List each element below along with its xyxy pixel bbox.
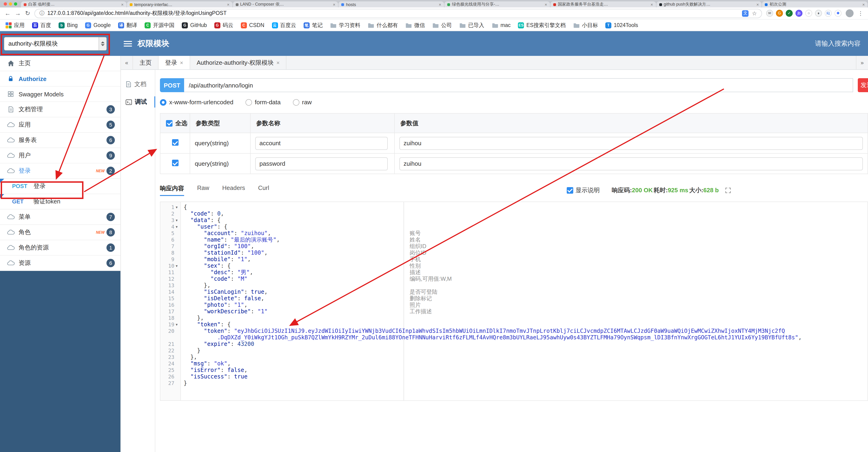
sidebar-item-Swagger Models[interactable]: Swagger Models: [0, 87, 120, 102]
browser-tab[interactable]: LAND - Composer 依…×: [233, 1, 338, 7]
close-window-icon[interactable]: [4, 2, 7, 6]
sidebar-item-角色[interactable]: 角色NEW8: [0, 225, 120, 240]
fold-caret-icon[interactable]: ▾: [174, 264, 179, 268]
response-tab-Raw[interactable]: Raw: [197, 184, 209, 196]
extension-circle-icon[interactable]: ○: [805, 10, 812, 17]
tab-close-icon[interactable]: ×: [227, 2, 229, 7]
bookmark-item[interactable]: 云百度云: [272, 22, 296, 29]
browser-tab[interactable]: 白茶 临时接…×: [21, 1, 126, 7]
bookmark-item[interactable]: 小目标: [573, 22, 598, 29]
browser-tab[interactable]: github push失败解决方…×: [656, 1, 762, 7]
browser-tab[interactable]: 绿色极光线使用与分享-…×: [444, 1, 550, 7]
bookmark-item[interactable]: 笔笔记: [304, 22, 323, 29]
bookmark-item[interactable]: 学习资料: [330, 22, 360, 29]
param-checkbox[interactable]: [172, 139, 178, 146]
extension-mail-icon[interactable]: ✉: [766, 10, 773, 17]
param-name-input[interactable]: [255, 157, 388, 170]
header-search-input[interactable]: 请输入搜索内容: [815, 39, 861, 48]
response-tab-响应内容[interactable]: 响应内容: [160, 184, 184, 196]
param-name-input[interactable]: [255, 137, 388, 150]
param-value-input[interactable]: [399, 137, 863, 150]
module-select[interactable]: authority-权限模块: [4, 36, 107, 51]
chevron-right-icon[interactable]: »: [856, 56, 868, 69]
forward-icon[interactable]: →: [15, 10, 21, 16]
bookmark-item[interactable]: 百百度: [32, 22, 51, 29]
browser-tab[interactable]: 初次公测×: [762, 1, 868, 7]
browser-tab[interactable]: 国家政务服务平台基浩走…×: [551, 1, 656, 7]
fold-caret-icon[interactable]: ▾: [174, 218, 179, 222]
sidebar-api-get-验证token[interactable]: GET验证token: [0, 194, 120, 209]
bookmark-star-icon[interactable]: ☆: [752, 10, 757, 17]
bookmark-item[interactable]: 公司: [432, 22, 452, 29]
send-button[interactable]: 发送: [858, 78, 868, 92]
bookmark-item[interactable]: GGitHub: [182, 22, 207, 28]
content-type-option[interactable]: raw: [293, 99, 312, 106]
extension-asterisk-icon[interactable]: ✱: [835, 10, 841, 17]
doc-tab-登录[interactable]: 登录×: [158, 56, 190, 69]
profile-avatar[interactable]: [846, 9, 854, 17]
mini-tab-文档[interactable]: 文档: [121, 76, 155, 93]
bookmark-item[interactable]: CCSDN: [241, 22, 264, 28]
sidebar-item-用户[interactable]: 用户9: [0, 148, 120, 163]
bookmark-item[interactable]: ESES搜索引擎文档: [518, 22, 566, 29]
response-tab-Headers[interactable]: Headers: [222, 184, 245, 196]
bookmark-item[interactable]: G码云: [214, 22, 234, 29]
bookmark-item[interactable]: T1024Tools: [605, 22, 638, 28]
doc-tab-主页[interactable]: 主页: [133, 56, 158, 69]
sidebar-item-Authorize[interactable]: Authorize: [0, 71, 120, 87]
fold-caret-icon[interactable]: ▾: [174, 205, 179, 209]
minimize-window-icon[interactable]: [9, 2, 12, 6]
param-checkbox[interactable]: [172, 160, 178, 166]
sidebar-api-post-登录[interactable]: POST登录: [0, 179, 120, 194]
chevron-left-icon[interactable]: «: [121, 56, 133, 69]
content-type-option[interactable]: x-www-form-urlencoded: [160, 99, 234, 106]
tab-close-icon[interactable]: ×: [439, 2, 441, 7]
translate-icon[interactable]: 文: [742, 10, 748, 17]
extension-check-icon[interactable]: ✓: [786, 10, 793, 17]
select-stepper-icon[interactable]: [99, 37, 106, 50]
bookmark-item[interactable]: 已导入: [459, 22, 484, 29]
request-url-input[interactable]: [184, 78, 853, 92]
sidebar-item-主页[interactable]: 主页: [0, 56, 120, 71]
doc-tab-Authorize-authority-权限模块[interactable]: Authorize-authority-权限模块×: [190, 56, 287, 69]
fold-caret-icon[interactable]: ▾: [174, 225, 179, 229]
extension-g-icon[interactable]: G: [776, 10, 783, 17]
extension-jb-icon[interactable]: jb: [796, 10, 802, 17]
tab-close-icon[interactable]: ×: [756, 2, 759, 7]
sidebar-item-菜单[interactable]: 菜单7: [0, 209, 120, 225]
bookmark-item[interactable]: bBing: [59, 22, 78, 28]
bookmark-item[interactable]: 微信: [405, 22, 425, 29]
sidebar-item-服务表[interactable]: 服务表6: [0, 133, 120, 148]
browser-tab[interactable]: temporary-interfac…×: [127, 1, 232, 7]
param-value-input[interactable]: [399, 157, 863, 170]
reload-icon[interactable]: ↻: [25, 10, 30, 16]
menu-toggle-icon[interactable]: [124, 41, 132, 46]
sidebar-item-文档管理[interactable]: 文档管理3: [0, 102, 120, 117]
response-tab-Curl[interactable]: Curl: [258, 184, 269, 196]
sidebar-item-角色的资源[interactable]: 角色的资源1: [0, 240, 120, 256]
bookmark-item[interactable]: mac: [492, 22, 510, 28]
bookmark-item[interactable]: 应用: [6, 22, 25, 29]
page-info-icon[interactable]: ⓘ: [39, 10, 44, 17]
bookmark-item[interactable]: C开源中国: [145, 22, 174, 29]
extension-shield-icon[interactable]: ♦: [815, 10, 822, 17]
back-icon[interactable]: ←: [5, 10, 11, 16]
fullscreen-icon[interactable]: [725, 187, 731, 193]
maximize-window-icon[interactable]: [14, 2, 17, 6]
content-type-option[interactable]: form-data: [246, 99, 281, 106]
tab-close-icon[interactable]: ×: [121, 2, 124, 7]
mini-tab-调试[interactable]: 调试: [121, 93, 155, 111]
show-description-toggle[interactable]: 显示说明: [567, 186, 600, 194]
sidebar-item-登录[interactable]: 登录NEW2: [0, 163, 120, 179]
tab-close-icon[interactable]: ×: [545, 2, 547, 7]
fold-caret-icon[interactable]: ▾: [174, 322, 179, 327]
tab-close-icon[interactable]: ×: [650, 2, 653, 7]
close-icon[interactable]: ×: [276, 59, 280, 66]
url-field[interactable]: ⓘ 127.0.0.1:8760/api/gate/doc.html#/auth…: [34, 9, 762, 18]
close-icon[interactable]: ×: [180, 59, 183, 66]
sidebar-item-应用[interactable]: 应用5: [0, 117, 120, 133]
bookmark-item[interactable]: GGoogle: [85, 22, 111, 28]
select-all-checkbox[interactable]: [166, 120, 173, 126]
sidebar-item-资源[interactable]: 资源6: [0, 256, 120, 271]
bookmark-item[interactable]: 译翻译: [118, 22, 137, 29]
